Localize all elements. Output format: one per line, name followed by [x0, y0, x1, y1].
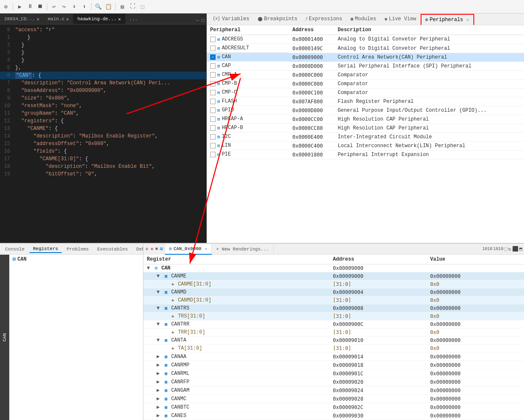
close-icon[interactable]: ✕ [37, 16, 40, 22]
table-row[interactable]: ⊞ HRCAP-B 0x0000CC80 High Resolution CAP… [207, 124, 524, 132]
tab-haawking[interactable]: haawking-de... ✕ [73, 14, 125, 24]
reg-toolbar-btn2[interactable]: ↻ [508, 246, 511, 252]
toolbar-btn-5[interactable]: ↩ [50, 3, 58, 11]
table-row[interactable]: ⊞ HRCAP-A 0x0000CC00 High Resolution CAP… [207, 115, 524, 124]
table-row[interactable]: ⊞ CAP 0x0000D000 Serial Peripheral Inter… [207, 62, 524, 70]
code-editor[interactable]: 0 "access": "r" 1 } 2 } 3 } [0, 24, 206, 243]
tab-liveview[interactable]: ◉ Live View [381, 14, 421, 25]
expand-icon[interactable]: ▶ [157, 362, 162, 368]
remove-all-icon[interactable]: ✖ [155, 246, 158, 252]
tab-peripherals[interactable]: ⚙ Peripherals ✕ [421, 14, 474, 25]
table-row[interactable]: ✓ ⊞ CAN 0x00009000 Control Area Network(… [207, 53, 524, 62]
toolbar-btn-1[interactable]: ⚙ [2, 3, 10, 11]
peri-checkbox[interactable] [210, 134, 216, 140]
toolbar-btn-3[interactable]: ⏸ [26, 3, 34, 11]
peri-checkbox[interactable] [210, 108, 216, 113]
reg-tab-can[interactable]: ⊞ CAN_0x9000 ✕ [165, 244, 212, 255]
expand-icon[interactable]: ▶ [157, 412, 162, 419]
tab-problems[interactable]: Problems [63, 246, 92, 253]
toolbar-btn-10[interactable]: 📋 [104, 3, 113, 11]
tab-debugger[interactable]: Debugger Console [133, 246, 143, 253]
reg-toolbar-btn3[interactable]: ⬛ [512, 246, 519, 252]
expand-icon[interactable]: ▼ [157, 273, 162, 279]
expand-icon[interactable]: ▶ [157, 353, 162, 360]
remove-reg-icon[interactable]: ✕ [150, 246, 153, 252]
table-row[interactable]: ⊞ ADCREGS 0x00001400 Analog to Digital C… [207, 35, 524, 44]
table-row[interactable]: ▶ ▦ CANMC 0x00009028 0x00000000 [143, 395, 524, 403]
table-row[interactable]: ⊞ CMP-C 0x0000C100 Comparator [207, 88, 524, 97]
table-row[interactable]: ⊞ FLASH 0x007AF800 Flash Register Periph… [207, 97, 524, 106]
table-row[interactable]: ▼ ▦ CANTA 0x00009010 0x00000000 [143, 337, 524, 345]
tab-registers[interactable]: Registers [30, 245, 61, 253]
peri-checkbox[interactable] [210, 81, 216, 86]
peri-checkbox[interactable] [210, 152, 216, 157]
table-row[interactable]: ◈ TA[31:0] [31:0] 0x0 [143, 345, 524, 353]
peri-checkbox[interactable] [210, 46, 216, 51]
peri-checkbox[interactable]: ✓ [210, 54, 216, 60]
table-row[interactable]: ▶ ▦ CANAA 0x00009014 0x00000000 [143, 353, 524, 361]
table-row[interactable]: ⊞ CMP-B 0x0000C080 Comparator [207, 79, 524, 88]
table-row[interactable]: ⊞ PIE 0x00001800 Peripheral Interrupt Ex… [207, 150, 524, 159]
tab-console[interactable]: Console [2, 246, 28, 253]
peri-checkbox[interactable] [210, 99, 216, 104]
peri-checkbox[interactable] [210, 63, 216, 69]
table-row[interactable]: ▼ ▦ CANTRR 0x0000900C 0x00000000 [143, 320, 524, 328]
table-row[interactable]: ▶ ▦ CANBTC 0x0000902C 0x00000000 [143, 403, 524, 412]
tab-expressions[interactable]: 𝑓 Expressions [302, 14, 346, 25]
add-reg-icon[interactable]: + [145, 246, 149, 253]
tab-28034[interactable]: 28034_CD... ✕ [0, 14, 43, 24]
expand-icon[interactable]: ▼ [157, 305, 162, 311]
table-row[interactable]: ▼ ▦ CANMD 0x00009004 0x00000000 [143, 288, 524, 296]
expand-icon[interactable]: ▶ [157, 387, 162, 393]
peri-checkbox[interactable] [210, 116, 216, 122]
toolbar-btn-2[interactable]: ▶ [16, 3, 24, 11]
toolbar-btn-13[interactable]: ⬚ [138, 3, 147, 11]
table-row[interactable]: ▼ ▦ CANME 0x00009000 0x00000000 [143, 272, 524, 280]
expand-icon[interactable]: ▶ [157, 370, 162, 377]
expand-icon[interactable]: ▼ [157, 321, 162, 327]
minimize-icon[interactable]: － [195, 17, 200, 24]
expand-icon[interactable]: ▼ [147, 265, 152, 271]
toolbar-btn-4[interactable]: ⏹ [36, 3, 44, 11]
peri-checkbox[interactable] [210, 125, 216, 131]
table-row[interactable]: ◈ TRR[31:0] [31:0] 0x0 [143, 328, 524, 337]
tab-breakpoints[interactable]: ⬤ Breakpoints [254, 14, 302, 25]
table-row[interactable]: ▶ ▦ CANRML 0x0000901C 0x00000000 [143, 369, 524, 378]
toolbar-btn-9[interactable]: 🔍 [94, 3, 103, 11]
peri-checkbox[interactable] [210, 72, 216, 78]
tab-executables[interactable]: Executables [94, 246, 131, 253]
tab-modules[interactable]: ▦ Modules [346, 14, 380, 25]
table-row[interactable]: ⊞ LIN 0x0000C400 Local Interconnect Netw… [207, 141, 524, 150]
reg-toolbar-btn4[interactable]: ⬒ [519, 246, 522, 252]
reg-tab-close[interactable]: ✕ [205, 246, 207, 251]
close-icon[interactable]: ✕ [118, 16, 121, 22]
table-row[interactable]: ▼ ⊞ CAN 0x00009000 [143, 264, 524, 272]
list-item-can[interactable]: ⊞ CAN [9, 255, 143, 264]
close-peripherals-icon[interactable]: ✕ [467, 17, 469, 22]
peri-checkbox[interactable] [210, 37, 216, 42]
registers-list[interactable]: ⊞ CAN [9, 255, 143, 420]
toolbar-btn-12[interactable]: ⛶ [128, 3, 137, 11]
expand-icon[interactable]: ▶ [157, 404, 162, 410]
table-row[interactable]: ⊞ I2C 0x0000E400 Inter-Integrated Circui… [207, 132, 524, 141]
reg-toolbar-btn1[interactable]: ⬚ [504, 246, 507, 252]
tab-variables[interactable]: {x} Variables [208, 14, 254, 25]
expand-icon[interactable]: ▼ [157, 289, 162, 295]
toolbar-btn-7[interactable]: ⬇ [70, 3, 78, 11]
tab-main[interactable]: main.c ✕ [43, 14, 73, 24]
table-row[interactable]: ▶ ▦ CANES 0x00009030 0x00000000 [143, 412, 524, 420]
table-row[interactable]: ▼ ▦ CANTRS 0x00009008 0x00000000 [143, 304, 524, 312]
table-row[interactable]: ⊞ GPIO 0x0000D800 General Purpose Input/… [207, 106, 524, 115]
table-row[interactable]: ⊞ ADCRESULT 0x0000149C Analog to Digital… [207, 44, 524, 53]
expand-icon[interactable]: ▶ [157, 379, 162, 385]
toolbar-btn-6[interactable]: ↪ [60, 3, 68, 11]
table-row[interactable]: ◈ TRS[31:0] [31:0] 0x0 [143, 312, 524, 320]
table-row[interactable]: ▶ ▦ CANRMP 0x00009018 0x00000000 [143, 361, 524, 369]
peri-checkbox[interactable] [210, 90, 216, 95]
toolbar-btn-8[interactable]: ⬆ [80, 3, 89, 11]
table-row[interactable]: ▶ ▦ CANRFP 0x00009020 0x00000000 [143, 378, 524, 386]
table-row[interactable]: ◈ CANME[31:0] [31:0] 0x0 [143, 280, 524, 288]
table-row[interactable]: ◈ CANMD[31:0] [31:0] 0x0 [143, 296, 524, 304]
peri-checkbox[interactable] [210, 143, 216, 148]
expand-icon[interactable]: ▼ [157, 337, 162, 343]
